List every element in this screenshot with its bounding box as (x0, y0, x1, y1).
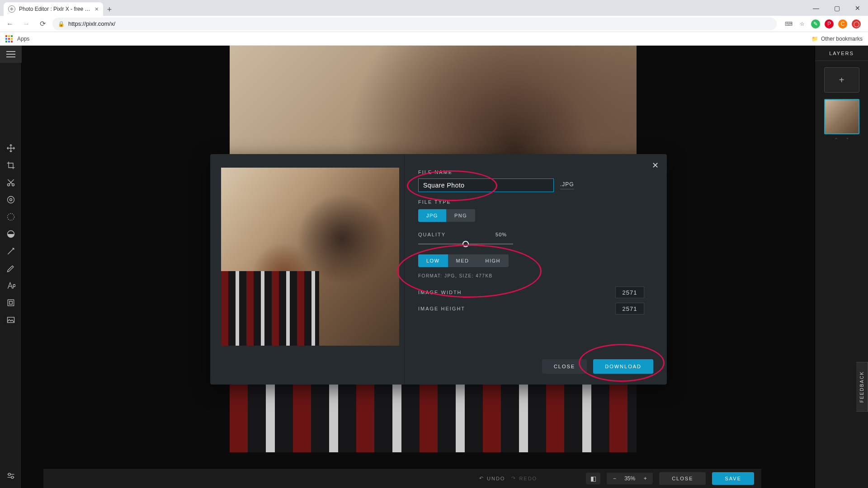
bottom-bar: ↶ UNDO ↷ REDO ◧ − 35% + CLOSE SAVE (43, 468, 761, 488)
left-toolbar (0, 46, 22, 488)
quality-low[interactable]: LOW (418, 254, 448, 267)
new-tab-button[interactable]: + (103, 3, 116, 16)
filename-input[interactable] (418, 178, 554, 192)
tab-title: Photo Editor : Pixlr X - free image… (19, 6, 91, 12)
lock-icon: 🔒 (58, 21, 65, 27)
export-preview (210, 154, 405, 385)
bottom-close-button[interactable]: CLOSE (659, 472, 706, 485)
browser-tab[interactable]: ✻ Photo Editor : Pixlr X - free image… × (4, 2, 103, 16)
url-bar[interactable]: 🔒 https://pixlr.com/x/ (52, 18, 777, 30)
quality-value: 50% (495, 232, 507, 237)
effects-icon[interactable] (0, 208, 22, 225)
svg-rect-7 (9, 301, 12, 305)
filetype-label: FILE TYPE (418, 199, 649, 205)
zoom-out-button[interactable]: − (607, 475, 622, 482)
dialog-close-icon[interactable]: ✕ (652, 160, 659, 170)
profile-icon[interactable]: C (838, 19, 847, 28)
cut-icon[interactable] (0, 174, 22, 191)
pixlr-favicon: ✻ (8, 5, 15, 13)
quality-med[interactable]: MED (448, 254, 477, 267)
export-dialog: ✕ FILE NAME .JPG FILE TYPE JPG PNG QUALI… (210, 154, 667, 385)
heal-icon[interactable] (0, 243, 22, 260)
pinterest-icon[interactable]: P (825, 19, 834, 28)
window-minimize[interactable]: — (806, 0, 826, 16)
element-icon[interactable] (0, 294, 22, 311)
layer-order-controls: ˄ ˅ (835, 137, 849, 144)
quality-label: QUALITY (418, 232, 446, 237)
quality-slider[interactable] (418, 240, 513, 248)
svg-rect-6 (8, 300, 14, 305)
slider-thumb[interactable] (462, 241, 469, 247)
filetype-png[interactable]: PNG (446, 209, 475, 222)
dialog-download-button[interactable]: DOWNLOAD (593, 359, 653, 374)
compare-button[interactable]: ◧ (586, 473, 600, 484)
settings-icon[interactable] (0, 467, 22, 484)
move-icon[interactable] (0, 140, 22, 157)
layers-title: LAYERS (815, 46, 868, 61)
zoom-value: 35% (622, 475, 637, 482)
svg-point-9 (8, 473, 10, 475)
menu-button[interactable] (0, 46, 22, 63)
nav-back-icon[interactable]: ← (4, 18, 16, 30)
zoom-in-button[interactable]: + (637, 475, 653, 482)
height-value[interactable]: 2571 (615, 303, 644, 314)
bookmarks-bar: Apps 📁 Other bookmarks (0, 32, 868, 46)
evernote-icon[interactable]: ✎ (811, 19, 820, 28)
window-maximize[interactable]: ▢ (826, 0, 847, 16)
svg-rect-8 (7, 317, 14, 323)
svg-point-2 (7, 197, 14, 203)
folder-icon: 📁 (811, 36, 818, 42)
adblock-icon[interactable]: ◯ (852, 19, 861, 28)
layer-down-icon[interactable]: ˅ (846, 137, 849, 144)
layer-up-icon[interactable]: ˄ (835, 137, 838, 144)
undo-button[interactable]: ↶ UNDO (479, 475, 505, 481)
window-controls: — ▢ ✕ (806, 0, 868, 16)
filename-extension: .JPG (560, 181, 574, 189)
other-bookmarks[interactable]: Other bookmarks (821, 36, 863, 42)
width-label: IMAGE WIDTH (418, 290, 462, 295)
export-preview-image (221, 168, 399, 346)
quality-segmented: LOW MED HIGH (418, 254, 649, 267)
dialog-close-button[interactable]: CLOSE (542, 359, 587, 374)
url-text: https://pixlr.com/x/ (68, 20, 115, 27)
layer-thumbnail[interactable] (824, 99, 859, 134)
quality-high[interactable]: HIGH (477, 254, 509, 267)
svg-point-10 (11, 476, 13, 479)
width-value[interactable]: 2571 (615, 286, 644, 298)
layers-panel: LAYERS + ˄ ˅ (815, 46, 868, 488)
filename-label: FILE NAME (418, 169, 649, 175)
export-form: ✕ FILE NAME .JPG FILE TYPE JPG PNG QUALI… (405, 154, 667, 385)
add-layer-button[interactable]: + (824, 67, 859, 93)
window-close[interactable]: ✕ (847, 0, 868, 16)
zoom-control: − 35% + (607, 473, 653, 484)
browser-tabstrip: ✻ Photo Editor : Pixlr X - free image… ×… (0, 0, 868, 16)
crop-icon[interactable] (0, 157, 22, 174)
tab-close-icon[interactable]: × (95, 5, 99, 13)
nav-reload-icon[interactable]: ⟳ (36, 18, 49, 30)
filetype-jpg[interactable]: JPG (418, 209, 446, 222)
svg-point-4 (7, 214, 14, 221)
redo-button[interactable]: ↷ REDO (511, 475, 537, 481)
format-meta: FORMAT: JPG, SIZE: 477KB (418, 273, 649, 278)
bottom-save-button[interactable]: SAVE (712, 472, 754, 485)
translate-icon[interactable]: ⌨ (784, 19, 793, 28)
apps-icon[interactable] (5, 35, 13, 42)
liquify-icon[interactable] (0, 225, 22, 243)
height-label: IMAGE HEIGHT (418, 306, 465, 311)
text-icon[interactable] (0, 277, 22, 294)
pixlr-app: ↶ UNDO ↷ REDO ◧ − 35% + CLOSE SAVE LAYER… (0, 46, 868, 488)
apps-label[interactable]: Apps (17, 36, 29, 42)
nav-forward-icon[interactable]: → (20, 18, 33, 30)
filetype-segmented: JPG PNG (418, 209, 649, 222)
image-icon[interactable] (0, 311, 22, 328)
star-icon[interactable]: ☆ (797, 19, 807, 28)
draw-icon[interactable] (0, 260, 22, 277)
adjust-icon[interactable] (0, 191, 22, 208)
browser-navbar: ← → ⟳ 🔒 https://pixlr.com/x/ ⌨ ☆ ✎ P C ◯ (0, 16, 868, 32)
feedback-tab[interactable]: FEEDBACK (856, 362, 868, 412)
svg-point-3 (9, 199, 12, 201)
extension-icons: ⌨ ☆ ✎ P C ◯ (780, 19, 864, 28)
